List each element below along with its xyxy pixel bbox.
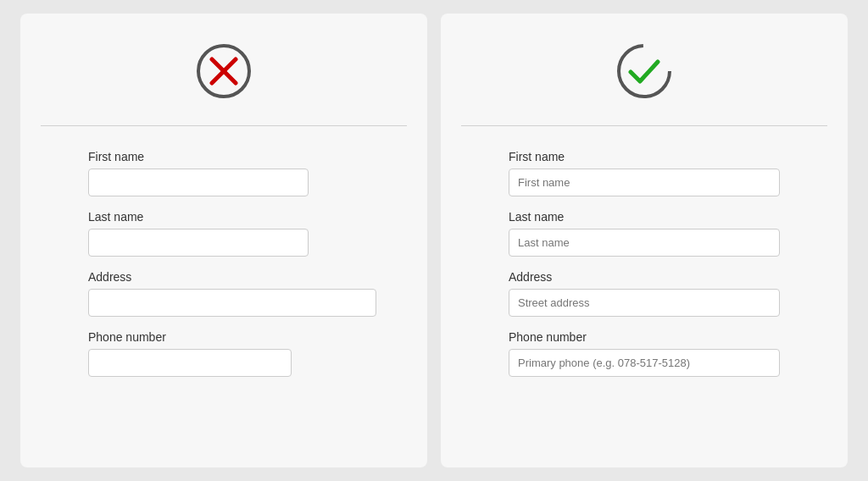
bad-phone-label: Phone number (88, 330, 359, 344)
good-phone-group: Phone number (509, 330, 780, 377)
error-icon (193, 41, 254, 102)
bad-form-section: First name Last name Address Phone numbe… (20, 126, 427, 401)
success-icon (614, 41, 675, 102)
good-first-name-label: First name (509, 150, 780, 163)
bad-first-name-label: First name (88, 150, 359, 163)
good-last-name-input[interactable] (509, 229, 780, 257)
main-container: First name Last name Address Phone numbe… (0, 0, 868, 481)
good-first-name-group: First name (509, 150, 780, 196)
good-example-card: First name Last name Address Phone numbe… (441, 14, 848, 467)
bad-phone-group: Phone number (88, 330, 359, 377)
good-phone-label: Phone number (509, 330, 780, 344)
good-last-name-label: Last name (509, 210, 780, 224)
good-icon-section (441, 14, 848, 125)
bad-address-input[interactable] (88, 289, 376, 317)
bad-first-name-group: First name (88, 150, 359, 196)
good-address-group: Address (509, 270, 780, 317)
bad-last-name-group: Last name (88, 210, 359, 257)
good-address-input[interactable] (509, 289, 780, 317)
bad-address-label: Address (88, 270, 359, 284)
bad-address-group: Address (88, 270, 359, 317)
bad-first-name-input[interactable] (88, 169, 309, 196)
good-first-name-input[interactable] (509, 169, 780, 196)
svg-point-3 (619, 46, 670, 97)
good-address-label: Address (509, 270, 780, 284)
bad-last-name-input[interactable] (88, 229, 309, 257)
good-form-section: First name Last name Address Phone numbe… (441, 126, 848, 401)
good-last-name-group: Last name (509, 210, 780, 257)
bad-example-card: First name Last name Address Phone numbe… (20, 14, 427, 467)
bad-last-name-label: Last name (88, 210, 359, 224)
bad-phone-input[interactable] (88, 349, 292, 377)
bad-icon-section (20, 14, 427, 125)
good-phone-input[interactable] (509, 349, 780, 377)
